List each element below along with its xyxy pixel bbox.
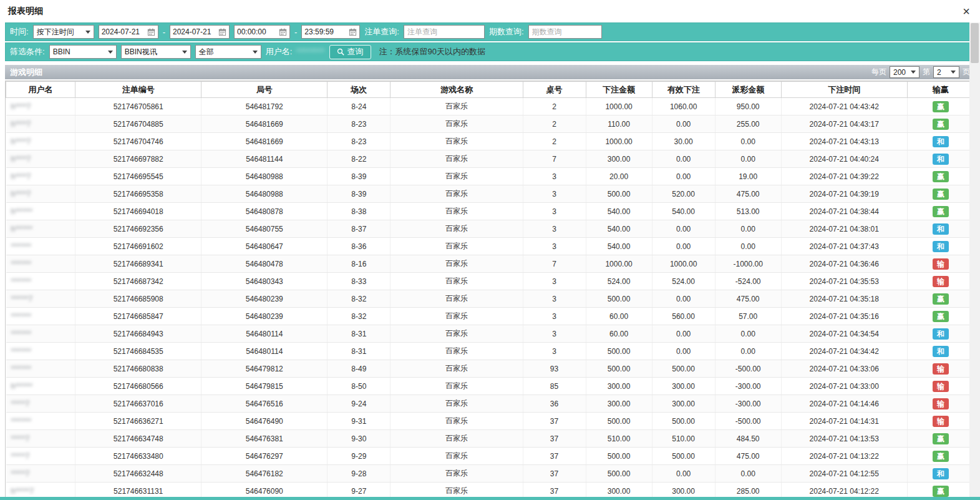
blurred-username: h****** [11,207,33,216]
bet-id-cell: 521746695358 [75,185,201,203]
search-button[interactable]: 查询 [329,45,371,59]
calendar-icon[interactable] [279,28,287,36]
date-range-separator: - [163,27,165,37]
header-payout: 派彩金额 [715,82,781,98]
time-from-field[interactable] [234,25,290,39]
vertical-scrollbar[interactable] [969,22,980,497]
calendar-icon[interactable] [218,28,226,36]
time-range-separator: - [294,27,297,37]
bet-time-cell: 2024-07-21 04:39:22 [781,168,907,185]
game-scope-select[interactable]: 全部 [195,45,261,59]
close-icon[interactable]: × [963,5,970,17]
session-cell: 8-23 [327,115,391,133]
platform-value: BBIN [53,47,70,56]
username-cell: h****7 [6,168,75,185]
bet-time-cell: 2024-07-21 04:37:43 [781,238,907,255]
blurred-username: *****7 [11,434,30,443]
round-cell: 546476381 [201,430,327,448]
calendar-icon[interactable] [349,28,357,36]
payout-cell: 950.00 [715,98,781,115]
table-no-cell: 3 [523,290,586,308]
platform-select[interactable]: BBIN [49,45,117,59]
valid-bet-cell: 0.00 [652,465,715,483]
blurred-username: *****7 [11,469,30,478]
blurred-username: h****7 [11,172,31,181]
blurred-username: *****7 [11,400,30,408]
payout-cell: -500.00 [715,413,781,430]
valid-bet-cell: 0.00 [652,238,715,255]
username-cell: h****7 [6,115,75,133]
bet-query-input[interactable] [404,25,485,39]
bet-time-cell: 2024-07-21 04:13:53 [781,430,907,448]
payout-cell: 255.00 [715,115,781,133]
game-name-cell: 百家乐 [391,395,523,413]
filter-bar-time: 时间: 按下注时间 - - 注单查询: 期数查询: [5,22,975,41]
result-cell: 赢 [907,168,974,185]
result-badge-tie: 和 [933,136,949,147]
session-cell: 9-30 [327,430,391,448]
result-badge-win: 赢 [933,293,949,305]
blurred-username: ******* [11,417,32,426]
list-header-bar: 游戏明细 每页 200 第 2 页 [5,65,975,79]
time-to-field[interactable] [301,25,360,39]
username-value: ******** [296,47,324,56]
date-to-input[interactable] [173,27,216,36]
bet-id-cell: 521746684535 [75,343,201,360]
filter-bar-conditions: 筛选条件: BBIN BBIN视讯 全部 用户名: ******** 查询 注：… [5,42,975,61]
table-row: *******5217466845355464801148-31百家乐3500.… [6,343,974,360]
table-no-cell: 7 [523,150,586,168]
table-row: *******5217466916025464806478-36百家乐3540.… [6,238,974,255]
session-cell: 8-31 [327,325,391,343]
table-row: ******75217466859085464802398-32百家乐3500.… [6,290,974,308]
per-page-select[interactable]: 200 [890,66,919,78]
valid-bet-cell: 0.00 [652,325,715,343]
game-name-cell: 百家乐 [391,413,523,430]
game-name-cell: 百家乐 [391,115,523,133]
table-row: h****75217467047465464816698-23百家乐21000.… [6,133,974,150]
game-name-cell: 百家乐 [391,325,523,343]
table-row: *******5217466808385464798128-49百家乐93500… [6,360,974,378]
time-to-input[interactable] [304,27,347,36]
session-cell: 8-37 [327,220,391,238]
chevron-down-icon [253,51,258,54]
blurred-username: ******* [11,242,32,251]
date-to-field[interactable] [170,25,230,39]
session-cell: 9-31 [327,413,391,430]
bet-time-cell: 2024-07-21 04:14:31 [781,413,907,430]
game-name-cell: 百家乐 [391,203,523,220]
table-row: *******5217466893415464804788-16百家乐71000… [6,255,974,273]
bet-time-cell: 2024-07-21 04:36:46 [781,255,907,273]
period-query-input[interactable] [528,25,602,39]
game-name-cell: 百家乐 [391,273,523,290]
page-select[interactable]: 2 [933,66,959,78]
bet-time-cell: 2024-07-21 04:38:01 [781,220,907,238]
bet-amount-cell: 500.00 [586,360,652,378]
payout-cell: 0.00 [715,343,781,360]
game-name-cell: 百家乐 [391,308,523,325]
scrollbar-thumb[interactable] [971,23,979,63]
valid-bet-cell: 0.00 [652,168,715,185]
time-from-input[interactable] [237,27,277,36]
blurred-username: ******* [11,365,32,373]
username-cell: ******* [6,360,75,378]
header-bet-amount: 下注金额 [586,82,652,98]
date-from-input[interactable] [102,27,145,36]
time-type-select[interactable]: 按下注时间 [33,25,94,39]
category-select[interactable]: BBIN视讯 [121,45,191,59]
round-cell: 546479812 [201,360,327,378]
result-badge-lose: 输 [933,276,949,287]
game-name-cell: 百家乐 [391,150,523,168]
blurred-username: h****7 [11,137,31,146]
header-bet-time: 下注时间 [781,82,907,98]
result-badge-win: 赢 [933,486,949,497]
date-from-field[interactable] [99,25,158,39]
per-page-label: 每页 [871,67,886,77]
calendar-icon[interactable] [147,28,155,36]
bet-id-cell: 521746685847 [75,308,201,325]
game-name-cell: 百家乐 [391,465,523,483]
result-cell: 赢 [907,98,974,115]
result-badge-win: 赢 [933,433,949,444]
bet-amount-cell: 500.00 [586,413,652,430]
valid-bet-cell: 500.00 [652,448,715,465]
result-badge-win: 赢 [933,189,949,200]
